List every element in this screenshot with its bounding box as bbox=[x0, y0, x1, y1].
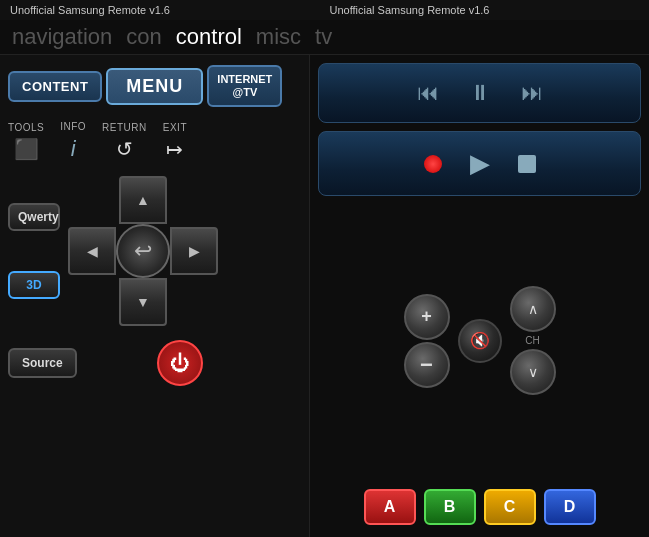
internet-at-tv-button[interactable]: INTERNET@TV bbox=[207, 65, 282, 107]
bottom-row: Source ⏻ bbox=[8, 336, 301, 386]
vol-ch-row: + − 🔇 ∧ CH ∨ bbox=[318, 204, 641, 477]
channel-group: ∧ CH ∨ bbox=[510, 286, 556, 395]
return-label: RETURN bbox=[102, 122, 147, 133]
right-panel: ⏮ ⏸ ⏭ ▶ + − 🔇 ∧ CH ∨ bbox=[310, 55, 649, 537]
rewind-button[interactable]: ⏮ bbox=[417, 80, 439, 106]
dpad-center-button[interactable]: ↩ bbox=[116, 224, 170, 278]
dpad-down-button[interactable]: ▼ bbox=[119, 278, 167, 326]
exit-label: EXIT bbox=[163, 122, 187, 133]
exit-button[interactable]: EXIT ↦ bbox=[163, 122, 187, 161]
power-button[interactable]: ⏻ bbox=[157, 340, 203, 386]
dpad-row: Qwerty 3D ▲ ◀ ↩ ▶ ▼ bbox=[8, 176, 301, 326]
dpad-ok-icon: ↩ bbox=[134, 238, 152, 264]
color-c-button[interactable]: C bbox=[484, 489, 536, 525]
tools-button[interactable]: TOOLS ⬛ bbox=[8, 122, 44, 161]
info-button[interactable]: INFO i bbox=[60, 121, 86, 162]
header: Unofficial Samsung Remote v1.6 Unofficia… bbox=[0, 0, 649, 20]
pause-button[interactable]: ⏸ bbox=[469, 80, 491, 106]
dpad: ▲ ◀ ↩ ▶ ▼ bbox=[68, 176, 218, 326]
mute-button[interactable]: 🔇 bbox=[458, 319, 502, 363]
tab-misc[interactable]: misc bbox=[252, 22, 305, 52]
color-b-button[interactable]: B bbox=[424, 489, 476, 525]
dpad-left-button[interactable]: ◀ bbox=[68, 227, 116, 275]
qwerty-button[interactable]: Qwerty bbox=[8, 203, 60, 231]
fast-forward-button[interactable]: ⏭ bbox=[521, 80, 543, 106]
three-d-button[interactable]: 3D bbox=[8, 271, 60, 299]
return-icon: ↺ bbox=[116, 137, 133, 161]
tools-icon: ⬛ bbox=[14, 137, 39, 161]
play-button[interactable]: ▶ bbox=[470, 148, 490, 179]
playback-top: ⏮ ⏸ ⏭ bbox=[318, 63, 641, 123]
info-icon: i bbox=[71, 136, 76, 162]
volume-group: + − bbox=[404, 294, 450, 388]
source-button[interactable]: Source bbox=[8, 348, 77, 378]
volume-up-button[interactable]: + bbox=[404, 294, 450, 340]
nav-tabs: navigation con control misc tv bbox=[0, 20, 649, 55]
return-button[interactable]: RETURN ↺ bbox=[102, 122, 147, 161]
mute-icon: 🔇 bbox=[470, 331, 490, 350]
info-label: INFO bbox=[60, 121, 86, 132]
main-content: CONTENT MENU INTERNET@TV TOOLS ⬛ INFO i … bbox=[0, 55, 649, 537]
utility-row: TOOLS ⬛ INFO i RETURN ↺ EXIT ↦ bbox=[8, 117, 301, 166]
left-panel: CONTENT MENU INTERNET@TV TOOLS ⬛ INFO i … bbox=[0, 55, 310, 537]
color-d-button[interactable]: D bbox=[544, 489, 596, 525]
channel-up-button[interactable]: ∧ bbox=[510, 286, 556, 332]
dpad-up-button[interactable]: ▲ bbox=[119, 176, 167, 224]
record-button[interactable] bbox=[424, 155, 442, 173]
top-button-row: CONTENT MENU INTERNET@TV bbox=[8, 65, 301, 107]
header-title-right: Unofficial Samsung Remote v1.6 bbox=[320, 4, 640, 16]
content-button[interactable]: CONTENT bbox=[8, 71, 102, 102]
tab-control[interactable]: control bbox=[172, 22, 246, 52]
color-a-button[interactable]: A bbox=[364, 489, 416, 525]
menu-button[interactable]: MENU bbox=[106, 68, 203, 105]
qwerty-3d-column: Qwerty 3D bbox=[8, 203, 60, 299]
exit-icon: ↦ bbox=[166, 137, 183, 161]
color-buttons: A B C D bbox=[318, 485, 641, 529]
volume-down-button[interactable]: − bbox=[404, 342, 450, 388]
tab-content[interactable]: con bbox=[122, 22, 165, 52]
power-icon: ⏻ bbox=[170, 352, 190, 375]
channel-down-button[interactable]: ∨ bbox=[510, 349, 556, 395]
dpad-right-button[interactable]: ▶ bbox=[170, 227, 218, 275]
tab-tv[interactable]: tv bbox=[311, 22, 336, 52]
playback-bottom: ▶ bbox=[318, 131, 641, 196]
tools-label: TOOLS bbox=[8, 122, 44, 133]
tab-navigation[interactable]: navigation bbox=[8, 22, 116, 52]
header-title-left: Unofficial Samsung Remote v1.6 bbox=[10, 4, 320, 16]
ch-label: CH bbox=[525, 334, 539, 347]
stop-button[interactable] bbox=[518, 155, 536, 173]
